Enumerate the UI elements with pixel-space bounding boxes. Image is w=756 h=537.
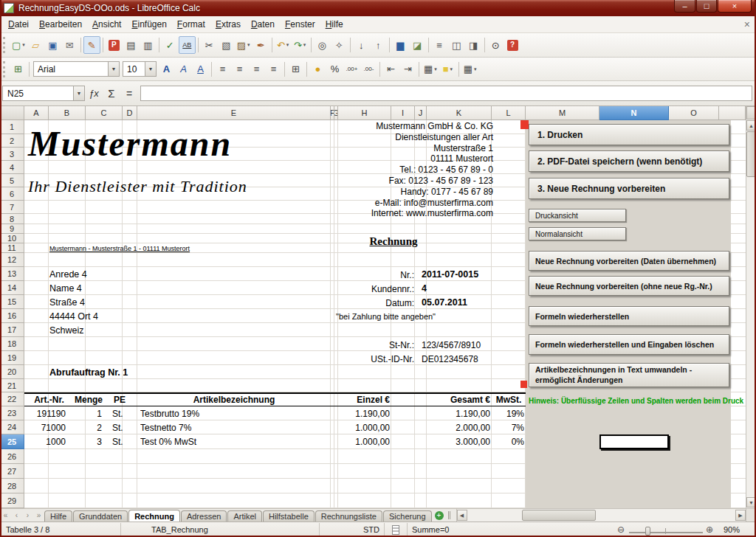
items-cell[interactable]: Test 0% MwSt: [140, 437, 310, 447]
meta-label[interactable]: Nr.:: [340, 270, 414, 280]
row-header-5[interactable]: 5: [0, 174, 24, 187]
address-line[interactable]: 44444 Ort 4: [49, 311, 98, 322]
increase-indent-icon[interactable]: ⇥: [399, 60, 416, 78]
sort-ascending-icon[interactable]: ↓: [353, 36, 370, 54]
tax-value[interactable]: DE012345678: [422, 354, 478, 364]
find-replace-icon[interactable]: ◎: [314, 36, 331, 54]
row-header-14[interactable]: 14: [0, 281, 24, 295]
column-header-o[interactable]: O: [669, 106, 719, 120]
align-right-icon[interactable]: ≡: [248, 60, 265, 78]
function-wizard-icon[interactable]: ƒx: [85, 86, 103, 102]
background-color-icon[interactable]: ■▾: [439, 60, 456, 78]
row-header-28[interactable]: 28: [0, 479, 24, 493]
sheet-tab-hilfe[interactable]: Hilfe: [44, 510, 72, 522]
font-size-combo[interactable]: 10 ▼: [123, 61, 157, 77]
sheet-tab-rechnungsliste[interactable]: Rechnungsliste: [315, 510, 382, 522]
tax-label[interactable]: St-Nr.:: [310, 340, 414, 350]
print-preview-icon[interactable]: ▥: [140, 36, 157, 54]
items-cell[interactable]: 19%: [480, 409, 524, 419]
scroll-left-icon[interactable]: ◀: [457, 510, 467, 521]
meta-label[interactable]: Datum:: [340, 298, 414, 308]
sheet-tab-grunddaten[interactable]: Grunddaten: [73, 510, 128, 522]
redo-icon[interactable]: ↷▾: [292, 36, 309, 54]
payment-note[interactable]: "bei Zahlung bitte angeben": [336, 312, 436, 321]
button-druckansicht[interactable]: Druckansicht: [529, 209, 626, 222]
chevron-down-icon[interactable]: ▾: [286, 42, 289, 48]
invoice-title[interactable]: Rechnung: [338, 235, 449, 248]
selected-cell-outline[interactable]: [599, 434, 669, 449]
sheet-tab-hilfstabelle[interactable]: Hilfstabelle: [263, 510, 315, 522]
items-cell[interactable]: Testnetto 7%: [140, 423, 310, 433]
column-header-e[interactable]: E: [137, 106, 331, 120]
next-sheet-icon[interactable]: ›: [22, 509, 33, 522]
items-cell[interactable]: 3: [74, 437, 102, 447]
horizontal-scrollbar[interactable]: ◀▶: [456, 509, 746, 522]
row-header-26[interactable]: 26: [0, 449, 24, 464]
row-header-19[interactable]: 19: [0, 351, 24, 365]
minimize-button[interactable]: –: [674, 0, 695, 13]
borders-icon[interactable]: ▦▾: [422, 60, 439, 78]
chevron-down-icon[interactable]: ▾: [434, 66, 437, 72]
clone-formatting-icon[interactable]: ✒: [252, 36, 269, 54]
button-artikelbezeichnungen-umwandeln[interactable]: Artikelbezeichnungen in Text umwandeln -…: [529, 363, 729, 387]
items-cell[interactable]: 3.000,00: [410, 437, 490, 447]
items-cell[interactable]: 1000: [24, 437, 66, 447]
column-header-i[interactable]: I: [391, 106, 415, 120]
scroll-right-icon[interactable]: ▶: [735, 510, 746, 521]
row-header-24[interactable]: 24: [0, 420, 24, 434]
horizontal-scroll-thumb[interactable]: [522, 510, 596, 521]
print-icon[interactable]: ▤: [123, 36, 140, 54]
items-header-cell[interactable]: Gesamt €: [410, 395, 490, 405]
chevron-down-icon[interactable]: ▾: [450, 66, 453, 72]
currency-format-icon[interactable]: ●: [309, 60, 326, 78]
column-header-l[interactable]: L: [492, 106, 526, 120]
headers-footers-icon[interactable]: ≡: [431, 36, 448, 54]
close-button[interactable]: ×: [718, 0, 752, 13]
edit-mode-icon[interactable]: ✎: [83, 36, 100, 54]
zoom-out-icon[interactable]: ⊖: [617, 524, 625, 535]
column-header-a[interactable]: A: [24, 106, 49, 120]
items-header-cell[interactable]: MwSt.: [492, 395, 526, 405]
insert-cells-icon[interactable]: ⊞: [10, 60, 27, 78]
cut-icon[interactable]: ✂: [201, 36, 218, 54]
zoom-icon[interactable]: ⊙: [487, 36, 504, 54]
row-header-10[interactable]: 10: [0, 234, 24, 243]
equals-icon[interactable]: =: [120, 86, 138, 102]
items-header-cell[interactable]: Menge: [70, 395, 107, 405]
new-document-icon[interactable]: ▢▾: [10, 36, 27, 54]
menu-daten[interactable]: Daten: [246, 17, 280, 32]
logo-subtitle[interactable]: Ihr Dienstleister mit Tradition: [28, 177, 247, 196]
items-cell[interactable]: 1: [74, 409, 102, 419]
column-header-j[interactable]: J: [415, 106, 427, 120]
row-header-20[interactable]: 20: [0, 365, 24, 379]
chevron-down-icon[interactable]: ▾: [247, 42, 250, 48]
menu-bearbeiten[interactable]: Bearbeiten: [34, 17, 87, 32]
freeze-panes-icon[interactable]: ◫: [448, 36, 465, 54]
items-cell[interactable]: St.: [112, 437, 134, 447]
chevron-down-icon[interactable]: ▼: [73, 86, 84, 100]
meta-label[interactable]: Kundennr.:: [340, 284, 414, 294]
percent-format-icon[interactable]: %: [326, 60, 343, 78]
table-frame-icon[interactable]: ▦▾: [461, 60, 479, 78]
sheet-tab-adressen[interactable]: Adressen: [181, 510, 227, 522]
items-cell[interactable]: 1.000,00: [310, 437, 390, 447]
chevron-down-icon[interactable]: ▼: [108, 62, 119, 76]
items-header-cell[interactable]: PE: [109, 395, 131, 405]
row-header-23[interactable]: 23: [0, 406, 24, 420]
button-normalansicht[interactable]: Normalansicht: [529, 227, 626, 240]
previous-sheet-icon[interactable]: ‹: [11, 509, 22, 522]
menu-einfügen[interactable]: Einfügen: [126, 17, 171, 32]
align-left-icon[interactable]: ≡: [214, 60, 231, 78]
insert-chart-icon[interactable]: ▆: [392, 36, 409, 54]
address-line[interactable]: Schweiz: [49, 325, 84, 336]
menu-datei[interactable]: Datei: [3, 17, 34, 32]
items-header-cell[interactable]: Einzel €: [310, 395, 390, 405]
meta-value[interactable]: 05.07.2011: [422, 297, 467, 308]
row-header-6[interactable]: 6: [0, 187, 24, 201]
row-header-27[interactable]: 27: [0, 464, 24, 479]
sender-line[interactable]: Mustermann - Musterstraße 1 - 01111 Must…: [49, 245, 190, 252]
zoom-slider-track[interactable]: [629, 532, 703, 533]
row-header-3[interactable]: 3: [0, 148, 24, 161]
button-neue-rechnung-ohne-neue-rgnr[interactable]: Neue Rechnung vorbereiten (ohne neue Rg.…: [529, 276, 729, 296]
formula-input[interactable]: [140, 86, 752, 101]
